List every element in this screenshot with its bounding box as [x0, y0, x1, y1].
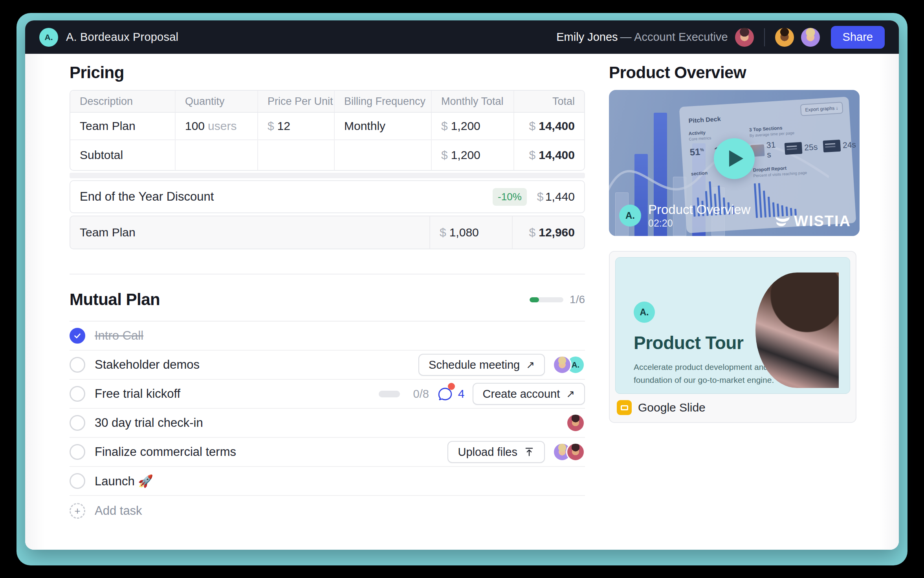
mutual-plan-progress: 1/6 — [530, 293, 585, 306]
progress-fill — [530, 297, 539, 302]
screenshot-canvas: A. A. Bordeaux Proposal Emily Jones— Acc… — [0, 0, 924, 578]
slide-source: Google Slide — [617, 400, 849, 415]
avatar-divider — [764, 28, 765, 46]
cell-description: Team Plan — [70, 113, 175, 139]
task-label: Intro Call — [95, 329, 143, 343]
schedule-meeting-button[interactable]: Schedule meeting↗ — [418, 354, 545, 376]
play-button[interactable] — [714, 138, 755, 179]
unread-dot — [448, 383, 455, 390]
assignee-avatars: A. — [553, 355, 585, 374]
cell-total: $14,400 — [513, 113, 584, 139]
task-label: Stakeholder demos — [95, 358, 200, 372]
slide-avatar: A. — [634, 302, 655, 323]
pricing-row-team-plan: Team Plan 100users $12 Monthly $1,200 $1… — [70, 113, 584, 140]
comments-indicator[interactable]: 4 — [437, 386, 465, 402]
task-row-free-trial-kickoff: Free trial kickoff 0/8 4 Create account↗ — [70, 380, 585, 409]
pricing-table-header: Description Quantity Price Per Unit Bill… — [70, 91, 584, 113]
user-avatar[interactable] — [735, 28, 754, 47]
add-task-button[interactable]: + Add task — [70, 496, 585, 526]
task-checkbox[interactable] — [70, 357, 85, 373]
proposal-window: A. A. Bordeaux Proposal Emily Jones— Acc… — [25, 20, 899, 550]
wistia-logo: WISTIA — [775, 213, 851, 230]
google-slides-icon — [617, 400, 632, 415]
play-icon — [729, 150, 743, 167]
task-row-intro-call: Intro Call — [70, 322, 585, 351]
progress-track — [530, 297, 563, 302]
pricing-table: Description Quantity Price Per Unit Bill… — [70, 90, 585, 249]
task-label: 30 day trial check-in — [95, 416, 203, 430]
cell-monthly-total: $1,200 — [431, 113, 513, 139]
slide-photo — [755, 273, 839, 388]
task-label: Launch 🚀 — [95, 474, 153, 488]
summary-total: $12,960 — [512, 216, 584, 249]
task-list: Intro Call Stakeholder demos Schedule me… — [70, 322, 585, 526]
col-description: Description — [70, 91, 175, 112]
topbar-left: A. A. Bordeaux Proposal — [39, 28, 178, 47]
video-duration: 02:20 — [648, 218, 750, 229]
main-column: Pricing Description Quantity Price Per U… — [70, 54, 585, 526]
task-label: Finalize commercial terms — [95, 445, 236, 459]
collaborator-avatar-2[interactable] — [801, 28, 820, 47]
assignee-avatars — [566, 413, 585, 432]
cell-subtotal-total: $14,400 — [513, 140, 584, 170]
task-checkbox[interactable] — [70, 473, 85, 489]
plus-icon: + — [70, 503, 85, 519]
summary-row: Team Plan $1,080 $12,960 — [70, 216, 585, 249]
arrow-up-right-icon: ↗ — [526, 359, 535, 371]
pricing-table-card: Description Quantity Price Per Unit Bill… — [70, 90, 585, 171]
discount-badge: -10% — [493, 188, 527, 206]
slide-preview: A. Product Tour Accelerate product devel… — [615, 257, 850, 394]
discount-label: End of the Year Discount — [80, 190, 214, 204]
subtask-progress-pill — [379, 391, 400, 397]
summary-label: Team Plan — [70, 216, 429, 249]
col-total: Total — [513, 91, 584, 112]
task-row-finalize-terms: Finalize commercial terms Upload files — [70, 438, 585, 467]
task-checkbox[interactable] — [70, 415, 85, 431]
share-button[interactable]: Share — [831, 26, 885, 49]
document-title: A. Bordeaux Proposal — [66, 31, 178, 44]
add-task-label: Add task — [95, 504, 142, 518]
video-meta: A. Product Overview 02:20 — [619, 203, 750, 229]
mutual-plan-header: Mutual Plan 1/6 — [70, 274, 585, 322]
product-tour-slide-card[interactable]: A. Product Tour Accelerate product devel… — [609, 251, 856, 423]
cell-billing-frequency[interactable]: Monthly — [334, 113, 431, 139]
upload-files-button[interactable]: Upload files — [447, 441, 545, 463]
topbar-right: Emily Jones— Account Executive Share — [556, 26, 885, 49]
create-account-button[interactable]: Create account↗ — [473, 383, 585, 405]
document-avatar: A. — [39, 28, 58, 47]
cell-empty — [334, 140, 431, 170]
task-row-stakeholder-demos: Stakeholder demos Schedule meeting↗ A. — [70, 351, 585, 380]
mutual-plan-heading: Mutual Plan — [70, 290, 160, 309]
user-role: — Account Executive — [620, 31, 728, 43]
cell-subtotal-label: Subtotal — [70, 140, 175, 170]
check-icon — [73, 331, 82, 340]
pricing-row-subtotal: Subtotal $1,200 $14,400 — [70, 140, 584, 170]
cell-price-per-unit[interactable]: $12 — [257, 113, 334, 139]
video-avatar: A. — [619, 205, 641, 227]
assignee-avatars — [553, 443, 585, 461]
col-billing-frequency: Billing Frequency — [334, 91, 431, 112]
assignee-avatar — [566, 443, 585, 461]
user-identity: Emily Jones— Account Executive — [556, 31, 728, 44]
cell-subtotal-monthly: $1,200 — [431, 140, 513, 170]
progress-label: 1/6 — [570, 293, 585, 306]
task-checkbox[interactable] — [70, 444, 85, 460]
task-checkbox[interactable] — [70, 386, 85, 402]
task-checkbox-checked[interactable] — [70, 328, 85, 344]
cell-empty — [175, 140, 257, 170]
discount-amount: $ 1,440 — [537, 190, 575, 203]
slide-title: Product Tour — [634, 332, 743, 353]
task-row-30-day-check-in: 30 day trial check-in — [70, 409, 585, 438]
summary-monthly: $1,080 — [429, 216, 512, 249]
cell-quantity[interactable]: 100users — [175, 113, 257, 139]
subtask-count: 0/8 — [413, 388, 429, 401]
col-quantity: Quantity — [175, 91, 257, 112]
assignee-avatar — [566, 413, 585, 432]
task-label: Free trial kickoff — [95, 387, 180, 401]
document-body: Pricing Description Quantity Price Per U… — [25, 54, 899, 550]
comment-count: 4 — [458, 387, 465, 401]
product-overview-video[interactable]: Export graphs ↓ Pitch Deck Activity Core… — [609, 90, 860, 236]
col-monthly-total: Monthly Total — [431, 91, 513, 112]
discount-row: End of the Year Discount -10% $ 1,440 — [70, 180, 585, 213]
collaborator-avatar-1[interactable] — [775, 28, 794, 47]
